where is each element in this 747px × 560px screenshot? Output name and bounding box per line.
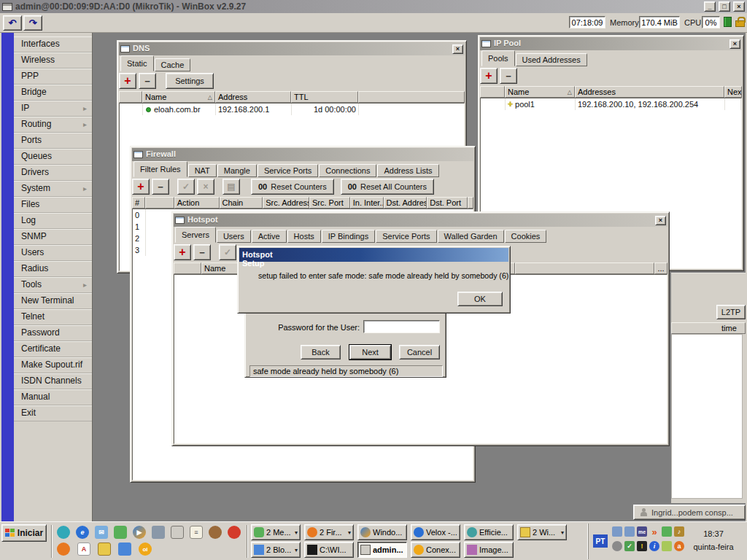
sidebar-item-wireless[interactable]: Wireless xyxy=(14,52,92,69)
oi-icon[interactable]: oi xyxy=(139,542,152,556)
remove-button[interactable]: − xyxy=(152,179,169,195)
sidebar-item-telnet[interactable]: Telnet xyxy=(14,309,92,325)
remove-button[interactable]: − xyxy=(139,73,156,89)
column-header-in-interface[interactable]: In. Inter... xyxy=(350,197,384,209)
redo-icon[interactable]: ↷ xyxy=(23,15,42,31)
sidebar-item-password[interactable]: Password xyxy=(14,325,92,341)
msn-messenger-icon[interactable] xyxy=(114,526,127,539)
uptime-column-header[interactable]: time xyxy=(671,322,746,334)
sidebar-item-isdn-channels[interactable]: ISDN Channels xyxy=(14,373,92,389)
enable-button[interactable]: ✓ xyxy=(219,244,236,260)
column-header-action[interactable]: Action xyxy=(174,197,220,209)
column-header-src-address[interactable]: Src. Address xyxy=(263,197,309,209)
tab-mangle[interactable]: Mangle xyxy=(217,164,257,177)
network-icon-1[interactable] xyxy=(612,526,622,537)
sidebar-item-system[interactable]: ▸System xyxy=(14,181,92,197)
forward-arrows-icon[interactable]: » xyxy=(649,526,659,537)
reset-counters-button[interactable]: 00Reset Counters xyxy=(251,179,334,195)
tab-connections[interactable]: Connections xyxy=(319,164,376,177)
tab-static[interactable]: Static xyxy=(120,55,154,71)
sidebar-item-certificate[interactable]: Certificate xyxy=(14,341,92,357)
msn-status-icon[interactable] xyxy=(662,526,672,537)
tab-used-addresses[interactable]: Used Addresses xyxy=(516,53,587,66)
notes-icon[interactable]: ≡ xyxy=(190,526,203,539)
tab-walled-garden[interactable]: Walled Garden xyxy=(438,230,504,243)
tab-cache[interactable]: Cache xyxy=(155,58,191,71)
language-indicator[interactable]: PT xyxy=(593,534,608,548)
close-icon[interactable]: × xyxy=(729,39,740,49)
firewall-titlebar[interactable]: Firewall xyxy=(132,148,473,161)
back-button[interactable]: Back xyxy=(301,345,341,359)
sidebar-item-exit[interactable]: Exit xyxy=(14,405,92,421)
column-header-select[interactable] xyxy=(145,197,174,209)
remote-desktop-icon[interactable] xyxy=(152,526,165,539)
flash-icon[interactable]: ! xyxy=(637,541,647,551)
internet-explorer-icon[interactable]: e xyxy=(76,526,89,539)
close-icon[interactable]: × xyxy=(655,216,666,225)
sidebar-item-users[interactable]: Users xyxy=(14,245,92,261)
task-button-media-player[interactable]: Windo... xyxy=(357,524,407,540)
emule-icon[interactable] xyxy=(209,526,222,539)
task-button-bloco[interactable]: 2 Blo...▾ xyxy=(251,542,301,558)
sidebar-item-ports[interactable]: Ports xyxy=(14,133,92,149)
avast-icon[interactable]: a xyxy=(674,541,684,551)
remove-button[interactable]: − xyxy=(193,244,211,260)
column-header-select[interactable] xyxy=(480,86,505,98)
enable-button[interactable]: ✓ xyxy=(177,179,195,195)
sidebar-item-new-terminal[interactable]: New Terminal xyxy=(14,293,92,309)
sidebar-item-tools[interactable]: ▸Tools xyxy=(14,277,92,293)
dialog-titlebar[interactable]: Hotspot Setup xyxy=(239,248,508,262)
column-header-name[interactable]: Name△ xyxy=(142,91,215,103)
main-titlebar[interactable]: admin@00:D0:09:9D:AA:D0 (MikroTik) - Win… xyxy=(0,0,747,13)
table-row[interactable]: eloah.com.br 192.168.200.1 1d 00:00:00 xyxy=(120,104,464,115)
undo-icon[interactable]: ↶ xyxy=(3,15,22,31)
audio-icon[interactable] xyxy=(612,541,622,551)
tab-users[interactable]: Users xyxy=(217,230,251,243)
settings-button[interactable]: Settings xyxy=(166,73,214,89)
network-icon-2[interactable] xyxy=(624,526,635,537)
sidebar-item-make-supout[interactable]: Make Supout.rif xyxy=(14,357,92,373)
add-button[interactable]: + xyxy=(119,73,136,89)
clock[interactable]: 18:37 quinta-feira xyxy=(687,527,740,553)
column-header-addresses[interactable]: Addresses xyxy=(575,86,724,98)
dns-titlebar[interactable]: DNS × xyxy=(119,42,465,55)
column-header-src-port[interactable]: Src. Port xyxy=(309,197,350,209)
remove-button[interactable]: − xyxy=(500,68,517,84)
firefox-icon[interactable] xyxy=(57,542,70,556)
window-icon[interactable] xyxy=(171,526,184,539)
sidebar-item-radius[interactable]: Radius xyxy=(14,261,92,277)
network-places-icon[interactable] xyxy=(118,542,131,556)
close-icon[interactable]: × xyxy=(733,1,745,12)
sidebar-item-manual[interactable]: Manual xyxy=(14,389,92,405)
ok-button[interactable]: OK xyxy=(457,292,503,306)
tab-nat[interactable]: NAT xyxy=(188,164,217,177)
tab-service-ports[interactable]: Service Ports xyxy=(376,230,436,243)
info-icon[interactable]: i xyxy=(649,541,659,551)
taskbar-divider[interactable] xyxy=(247,525,248,558)
taskbar-divider[interactable] xyxy=(51,525,53,558)
task-button-winbox-active[interactable]: admin... xyxy=(357,542,407,558)
task-button-velox[interactable]: Velox -... xyxy=(411,524,460,540)
sidebar-item-interfaces[interactable]: Interfaces xyxy=(14,36,92,52)
sidebar-item-queues[interactable]: Queues xyxy=(14,149,92,165)
task-button-efficient[interactable]: Efficie... xyxy=(464,524,514,540)
column-picker-button[interactable]: ... xyxy=(654,262,667,274)
cancel-button[interactable]: Cancel xyxy=(399,345,440,359)
sidebar-item-files[interactable]: Files xyxy=(14,197,92,213)
task-button-firefox[interactable]: 2 Fir...▾ xyxy=(304,524,354,540)
sidebar-item-ip[interactable]: ▸IP xyxy=(14,101,92,117)
restore-icon[interactable]: □ xyxy=(719,1,730,12)
sidebar-item-drivers[interactable]: Drivers xyxy=(14,165,92,181)
msn-conversation-bar[interactable]: Ingrid...podem consp... xyxy=(633,505,746,520)
minimize-icon[interactable]: _ xyxy=(704,1,716,12)
password-input[interactable] xyxy=(363,320,440,333)
add-button[interactable]: + xyxy=(132,179,150,195)
l2tp-button[interactable]: L2TP xyxy=(716,305,746,319)
column-header-dst-port[interactable]: Dst. Port xyxy=(427,197,468,209)
messenger-me-icon[interactable]: me xyxy=(637,526,647,537)
tab-cookies[interactable]: Cookies xyxy=(505,230,547,243)
task-button-conexao[interactable]: Conex... xyxy=(411,542,460,558)
task-button-image[interactable]: Image... xyxy=(464,542,514,558)
next-button[interactable]: Next xyxy=(349,345,391,359)
tab-address-lists[interactable]: Address Lists xyxy=(377,164,438,177)
